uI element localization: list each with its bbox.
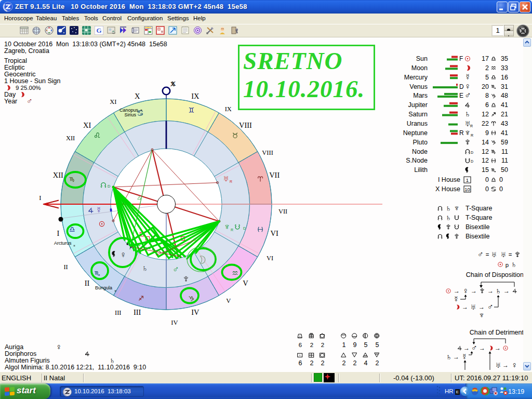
svg-text:V: V — [243, 279, 248, 287]
svg-text:11: 11 — [501, 157, 508, 164]
svg-text:♆: ♆ — [478, 311, 485, 320]
svg-text:Moon: Moon — [411, 64, 428, 72]
svg-text:22: 22 — [482, 120, 489, 127]
svg-text:Sirius: Sirius — [124, 112, 136, 117]
svg-text:XI: XI — [110, 98, 116, 105]
svg-text:R: R — [459, 129, 464, 137]
svg-text:33: 33 — [501, 64, 508, 72]
svg-text:♄: ♄ — [446, 352, 452, 361]
svg-text:Day: Day — [4, 91, 16, 98]
svg-text:S.Node: S.Node — [406, 157, 428, 164]
svg-text:☿: ☿ — [464, 72, 471, 82]
svg-text:→: → — [502, 362, 509, 369]
svg-text:→: → — [463, 344, 470, 352]
svg-text:→: → — [453, 353, 459, 361]
svg-text:F: F — [459, 55, 463, 62]
svg-text:10: 10 — [464, 187, 470, 192]
svg-text:VII: VII — [278, 208, 287, 215]
svg-text:9: 9 — [485, 129, 489, 137]
svg-text:Saturn: Saturn — [408, 111, 428, 118]
svg-text:IX: IX — [191, 92, 200, 100]
svg-text:♅: ♅ — [470, 302, 476, 311]
svg-text:☿: ☿ — [96, 205, 102, 215]
svg-text:11: 11 — [501, 148, 508, 155]
svg-text:♀: ♀ — [462, 286, 469, 295]
svg-text:p: p — [506, 262, 509, 268]
svg-text:2: 2 — [321, 342, 324, 348]
svg-text:→: → — [487, 287, 494, 295]
svg-text:Bisextile: Bisextile — [466, 223, 490, 231]
svg-text:9: 9 — [353, 341, 357, 349]
svg-text:→: → — [471, 287, 477, 295]
svg-text:2: 2 — [310, 342, 313, 348]
svg-text:0: 0 — [499, 185, 503, 193]
svg-text:5: 5 — [485, 74, 489, 81]
svg-text:♆: ♆ — [454, 204, 460, 212]
svg-text:6: 6 — [299, 342, 302, 348]
svg-text:♄: ♄ — [445, 204, 451, 212]
svg-text:♂: ♂ — [172, 264, 179, 274]
svg-text:41: 41 — [501, 129, 508, 137]
svg-text:Neptune: Neptune — [403, 129, 428, 137]
svg-text:X: X — [171, 79, 176, 87]
svg-text:21: 21 — [501, 111, 508, 118]
svg-text:I: I — [39, 194, 41, 202]
svg-text:Mars: Mars — [413, 92, 428, 99]
svg-text:6: 6 — [299, 360, 302, 367]
svg-text:2: 2 — [376, 360, 379, 367]
svg-text:V: V — [226, 297, 231, 304]
svg-text:VI: VI — [267, 255, 273, 262]
svg-text:Bungula: Bungula — [95, 285, 112, 290]
svg-text:♄: ♄ — [445, 213, 451, 222]
svg-text:VI: VI — [271, 229, 278, 237]
svg-text:16: 16 — [501, 74, 508, 81]
svg-text:E: E — [459, 92, 463, 99]
svg-text:Almuten Figuris: Almuten Figuris — [5, 357, 50, 364]
svg-text:Algol Minima: 8.10.2016 12:21,: Algol Minima: 8.10.2016 12:21, 11.10.201… — [5, 364, 146, 371]
svg-text:17: 17 — [482, 55, 489, 62]
svg-text:Venus: Venus — [409, 83, 428, 90]
svg-text:2: 2 — [485, 64, 489, 72]
svg-text:♅: ♅ — [223, 174, 230, 183]
svg-text:5: 5 — [376, 341, 379, 349]
svg-text:T-Square: T-Square — [466, 214, 492, 221]
svg-text:II: II — [63, 263, 68, 271]
svg-text:D: D — [108, 184, 111, 189]
svg-text:XII: XII — [66, 135, 75, 142]
svg-text:Uranus: Uranus — [407, 120, 428, 127]
svg-text:Year: Year — [4, 98, 17, 105]
svg-text:8: 8 — [485, 92, 489, 99]
svg-text:1: 1 — [342, 341, 346, 349]
svg-text:Auriga: Auriga — [5, 343, 23, 351]
svg-text:4: 4 — [364, 360, 368, 367]
svg-text:♀: ♀ — [120, 250, 127, 260]
svg-text:→: → — [454, 287, 460, 295]
svg-text:5: 5 — [364, 341, 368, 349]
svg-text:♄: ♄ — [511, 260, 517, 269]
svg-text:♂: ♂ — [26, 98, 33, 105]
svg-text:D: D — [243, 226, 246, 231]
svg-text:Chain of Disposition: Chain of Disposition — [466, 271, 524, 278]
svg-text:12: 12 — [482, 157, 489, 164]
svg-text:R: R — [471, 134, 473, 137]
svg-text:2: 2 — [342, 360, 346, 367]
svg-text:XI: XI — [83, 121, 91, 129]
svg-text:2: 2 — [353, 360, 357, 367]
svg-text:D: D — [459, 83, 464, 90]
svg-text:♂: ♂ — [487, 302, 494, 311]
svg-text:0: 0 — [499, 176, 503, 183]
svg-text:♄: ♄ — [142, 263, 149, 273]
svg-text:→: → — [479, 344, 485, 352]
svg-text:III: III — [134, 308, 141, 316]
svg-text:→: → — [495, 344, 501, 352]
svg-text:Lilith: Lilith — [414, 166, 428, 174]
svg-text:2: 2 — [310, 360, 314, 367]
svg-text:♆: ♆ — [464, 128, 471, 138]
svg-text:43: 43 — [501, 120, 508, 127]
svg-text:12: 12 — [482, 111, 489, 118]
svg-text:R: R — [231, 228, 233, 232]
svg-text:0: 0 — [485, 185, 489, 193]
svg-text:II: II — [85, 279, 90, 287]
svg-text:Chain of Detriment: Chain of Detriment — [470, 329, 524, 336]
svg-text:♅: ♅ — [500, 250, 507, 259]
